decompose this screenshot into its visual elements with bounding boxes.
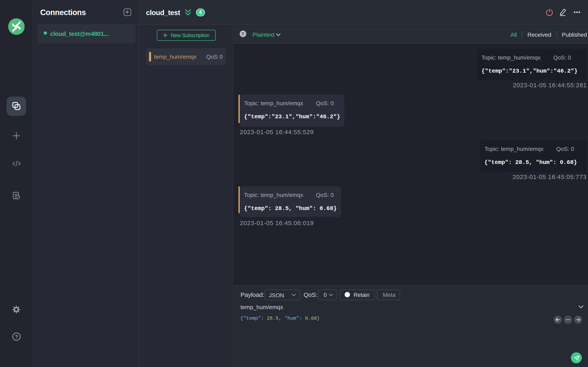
svg-text:?: ? [15, 334, 18, 340]
